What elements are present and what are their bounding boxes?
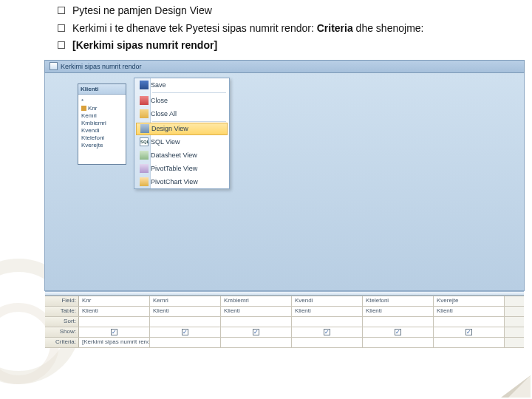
grid-row-table: Table: Klienti Klienti Klienti Klienti K…	[45, 307, 524, 317]
bullet-box-icon	[58, 41, 65, 49]
grid-label: Table:	[45, 307, 79, 316]
query-icon	[50, 62, 58, 70]
slide-bullets: Pytesi ne pamjen Design View Kerkimi i t…	[0, 0, 532, 60]
pagecurl-decoration	[501, 375, 531, 398]
grid-cell-field[interactable]: Kvendi	[292, 296, 363, 306]
grid-cell-sort[interactable]	[434, 317, 505, 327]
grid-cell-criteria[interactable]	[434, 338, 505, 347]
access-window: Kerkimi sipas numrit rendor Klienti * Kn…	[44, 60, 525, 291]
grid-cell-table[interactable]: Klienti	[79, 307, 150, 316]
bullet-box-icon	[58, 24, 65, 32]
show-checkbox[interactable]: ✓	[182, 329, 188, 335]
grid-cell-criteria[interactable]	[150, 338, 221, 347]
fieldlist-item[interactable]: Knr	[81, 105, 123, 112]
grid-cell-sort[interactable]	[363, 317, 434, 327]
menu-separator	[152, 92, 226, 93]
fieldlist-title[interactable]: Klienti	[78, 84, 126, 95]
grid-cell-criteria[interactable]: [Kerkimi sipas numrit rendor]	[79, 338, 150, 347]
menu-item-pivottable-view[interactable]: PivotTable View	[134, 162, 229, 175]
fieldlist-item[interactable]: Kemri	[81, 112, 123, 119]
menu-label: Design View	[151, 125, 188, 132]
fieldlist-star[interactable]: *	[81, 98, 123, 104]
grid-row-sort: Sort:	[45, 317, 524, 327]
show-checkbox[interactable]: ✓	[111, 329, 117, 335]
grid-label: Criteria:	[45, 338, 79, 347]
grid-cell-show[interactable]: ✓	[79, 327, 150, 337]
fieldlist-item[interactable]: Kvendi	[81, 127, 123, 134]
grid-cell-field[interactable]: Knr	[79, 296, 150, 306]
close-icon	[140, 96, 149, 105]
menu-item-save[interactable]: Save	[134, 78, 229, 92]
fieldlist-item[interactable]: Kmbiemri	[81, 120, 123, 126]
show-checkbox[interactable]: ✓	[395, 329, 401, 335]
grid-cell-show[interactable]: ✓	[221, 327, 292, 337]
svg-marker-1	[508, 375, 531, 398]
menu-label: Close All	[151, 110, 177, 117]
bullet-text-part: Kerkimi i te dhenave tek Pyetesi sipas n…	[72, 22, 317, 34]
grid-cell-table[interactable]: Klienti	[221, 307, 292, 316]
grid-row-criteria: Criteria: [Kerkimi sipas numrit rendor]	[45, 338, 524, 348]
bullet-box-icon	[58, 7, 65, 14]
grid-cell-show[interactable]: ✓	[363, 327, 434, 337]
grid-cell-show[interactable]: ✓	[292, 327, 363, 337]
show-checkbox[interactable]: ✓	[324, 329, 330, 335]
menu-label: PivotTable View	[151, 165, 197, 172]
menu-label: Close	[151, 97, 168, 104]
fieldlist-item[interactable]: Kverejte	[81, 142, 123, 149]
grid-cell-table[interactable]: Klienti	[434, 307, 505, 316]
table-fieldlist[interactable]: Klienti * Knr Kemri Kmbiemri Kvendi Ktel…	[78, 83, 126, 165]
menu-label: SQL View	[151, 138, 180, 146]
bullet-text-bold: Criteria	[317, 22, 353, 34]
bullet-text: Kerkimi i te dhenave tek Pyetesi sipas n…	[72, 22, 423, 35]
grid-cell-table[interactable]: Klienti	[292, 307, 363, 316]
datasheet-icon	[140, 151, 149, 160]
query-titlebar[interactable]: Kerkimi sipas numrit rendor	[44, 60, 525, 73]
fieldlist-label: Knr	[88, 105, 97, 112]
menu-item-design-view[interactable]: Design View	[136, 123, 228, 135]
context-menu: Save Close Close All Design View SQLSQL …	[134, 78, 230, 189]
grid-cell-field[interactable]: Kverejte	[434, 296, 505, 306]
show-checkbox[interactable]: ✓	[253, 329, 259, 335]
grid-row-field: Field: Knr Kemri Kmbiemri Kvendi Ktelefo…	[45, 296, 524, 307]
grid-cell-criteria[interactable]	[221, 338, 292, 347]
grid-cell-field[interactable]: Kmbiemri	[221, 296, 292, 306]
grid-cell-sort[interactable]	[221, 317, 292, 327]
menu-item-datasheet-view[interactable]: Datasheet View	[134, 149, 229, 162]
query-design-surface[interactable]: Klienti * Knr Kemri Kmbiemri Kvendi Ktel…	[44, 73, 525, 291]
save-icon	[140, 81, 149, 89]
pivottable-icon	[140, 164, 149, 173]
grid-label: Field:	[45, 296, 79, 306]
menu-item-close-all[interactable]: Close All	[134, 107, 229, 120]
bullet-text-part: dhe shenojme:	[353, 22, 424, 34]
fieldlist-item[interactable]: Ktelefoni	[81, 134, 123, 141]
grid-cell-show[interactable]: ✓	[150, 327, 221, 337]
design-view-icon	[140, 124, 149, 133]
grid-cell-criteria[interactable]	[292, 338, 363, 347]
query-title: Kerkimi sipas numrit rendor	[61, 63, 142, 70]
grid-cell-table[interactable]: Klienti	[363, 307, 434, 316]
grid-row-show: Show: ✓ ✓ ✓ ✓ ✓ ✓	[45, 327, 524, 338]
grid-cell-field[interactable]: Ktelefoni	[363, 296, 434, 306]
menu-item-pivotchart-view[interactable]: PivotChart View	[134, 175, 229, 188]
menu-item-close[interactable]: Close	[134, 94, 229, 107]
grid-cell-show[interactable]: ✓	[434, 327, 505, 337]
grid-cell-field[interactable]: Kemri	[150, 296, 221, 306]
menu-item-sql-view[interactable]: SQLSQL View	[134, 135, 229, 149]
menu-label: Datasheet View	[151, 151, 197, 159]
menu-label: Save	[151, 81, 166, 89]
grid-cell-sort[interactable]	[292, 317, 363, 327]
fieldlist-body: * Knr Kemri Kmbiemri Kvendi Ktelefoni Kv…	[78, 95, 126, 151]
grid-cell-criteria[interactable]	[363, 338, 434, 347]
menu-label: PivotChart View	[151, 178, 198, 185]
grid-label: Show:	[45, 327, 79, 337]
sql-icon: SQL	[140, 137, 149, 146]
bullet-text: [Kerkimi sipas numrit rendor]	[72, 39, 217, 52]
grid-cell-table[interactable]: Klienti	[150, 307, 221, 316]
grid-cell-sort[interactable]	[150, 317, 221, 327]
primarykey-icon	[81, 106, 86, 111]
show-checkbox[interactable]: ✓	[466, 329, 472, 335]
grid-label: Sort:	[45, 317, 79, 327]
bullet-text: Pytesi ne pamjen Design View	[72, 4, 212, 18]
grid-cell-sort[interactable]	[79, 317, 150, 327]
folder-icon	[140, 109, 149, 118]
